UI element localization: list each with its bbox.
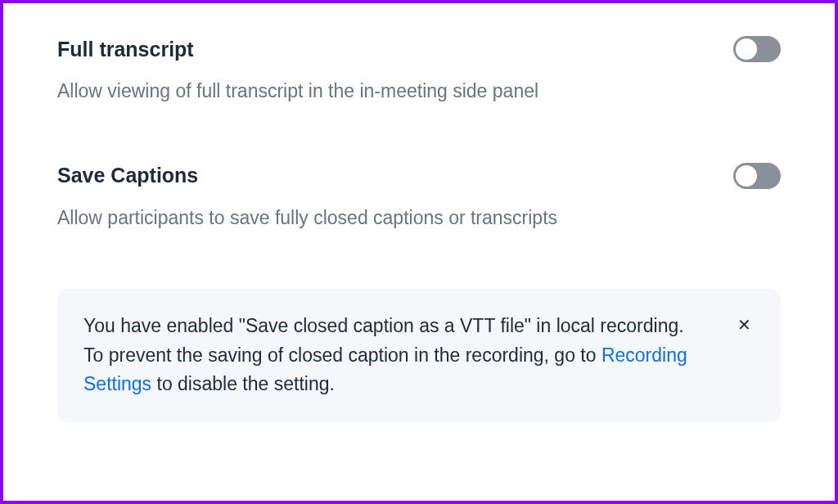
setting-header: Full transcript: [57, 36, 781, 62]
info-text: You have enabled "Save closed caption as…: [83, 312, 718, 399]
setting-description: Allow participants to save fully closed …: [57, 204, 781, 232]
close-icon[interactable]: ✕: [734, 313, 755, 336]
setting-description: Allow viewing of full transcript in the …: [57, 77, 781, 106]
setting-title: Full transcript: [57, 38, 194, 61]
toggle-save-captions[interactable]: [733, 163, 781, 189]
toggle-knob: [736, 165, 757, 187]
setting-header: Save Captions: [57, 163, 781, 189]
setting-full-transcript: Full transcript Allow viewing of full tr…: [57, 36, 781, 106]
setting-title: Save Captions: [57, 164, 198, 187]
toggle-knob: [736, 38, 757, 60]
info-notice: You have enabled "Save closed caption as…: [57, 289, 781, 422]
info-text-before: You have enabled "Save closed caption as…: [83, 315, 684, 366]
info-text-after: to disable the setting.: [151, 373, 335, 394]
toggle-full-transcript[interactable]: [733, 36, 781, 62]
setting-save-captions: Save Captions Allow participants to save…: [57, 163, 781, 232]
